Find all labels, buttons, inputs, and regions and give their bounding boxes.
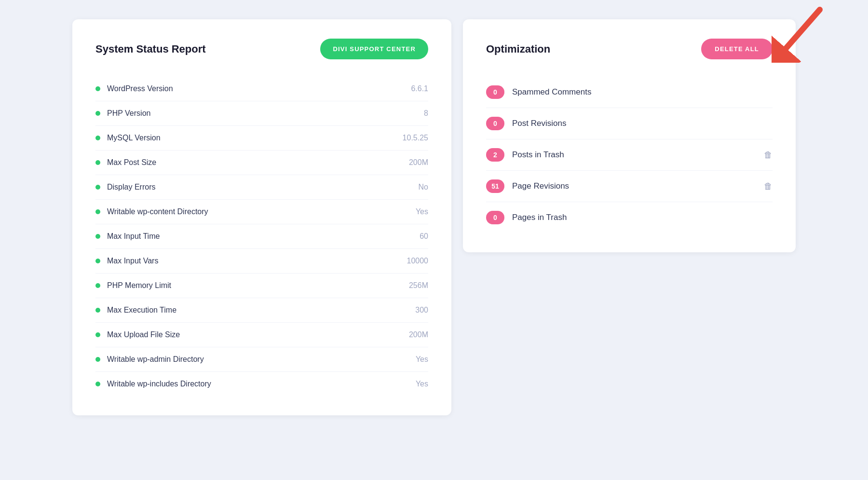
- status-row-value: 200M: [409, 158, 428, 167]
- status-row-left: Max Upload File Size: [95, 330, 180, 339]
- system-status-panel: System Status Report DIVI SUPPORT CENTER…: [72, 19, 451, 415]
- status-row-label: Max Input Vars: [107, 257, 158, 265]
- status-row-label: Writable wp-content Directory: [107, 207, 208, 216]
- status-row-value: 200M: [409, 330, 428, 339]
- optimization-header: Optimization DELETE ALL: [486, 39, 773, 59]
- status-row-label: Max Execution Time: [107, 306, 176, 315]
- status-row-label: WordPress Version: [107, 84, 173, 93]
- optimization-badge: 0: [486, 117, 504, 130]
- status-row-value: 6.6.1: [411, 84, 428, 93]
- status-row-left: Max Input Vars: [95, 257, 158, 265]
- status-row-left: Max Execution Time: [95, 306, 176, 315]
- status-row: Max Input Time 60: [95, 224, 428, 249]
- status-row-left: MySQL Version: [95, 134, 161, 142]
- status-row-label: MySQL Version: [107, 134, 161, 142]
- status-dot: [95, 111, 100, 116]
- optimization-item-label: Pages in Trash: [512, 213, 773, 222]
- optimization-badge: 51: [486, 179, 504, 193]
- status-row: Max Post Size 200M: [95, 151, 428, 175]
- status-row-value: 10000: [407, 257, 429, 265]
- system-status-title: System Status Report: [95, 43, 206, 55]
- status-row-left: PHP Memory Limit: [95, 281, 171, 290]
- optimization-title: Optimization: [486, 43, 550, 55]
- status-row-label: Writable wp-admin Directory: [107, 355, 204, 364]
- status-row-label: PHP Memory Limit: [107, 281, 171, 290]
- status-row-value: 8: [424, 109, 428, 118]
- status-row-left: Writable wp-includes Directory: [95, 380, 211, 388]
- status-dot: [95, 234, 100, 239]
- status-row: PHP Memory Limit 256M: [95, 274, 428, 298]
- status-dot: [95, 283, 100, 288]
- status-dot: [95, 308, 100, 313]
- status-row-label: Max Input Time: [107, 232, 160, 241]
- status-row-label: Max Upload File Size: [107, 330, 180, 339]
- optimization-panel: Optimization DELETE ALL 0 Spammed Commen…: [463, 19, 796, 252]
- status-dot: [95, 382, 100, 386]
- status-row-value: Yes: [416, 207, 428, 216]
- status-row-label: Max Post Size: [107, 158, 156, 167]
- status-row: Max Upload File Size 200M: [95, 323, 428, 347]
- status-row-left: Writable wp-admin Directory: [95, 355, 204, 364]
- optimization-item-label: Spammed Comments: [512, 87, 773, 97]
- status-row-left: WordPress Version: [95, 84, 173, 93]
- optimization-badge: 0: [486, 211, 504, 224]
- status-row-left: PHP Version: [95, 109, 150, 118]
- system-status-header: System Status Report DIVI SUPPORT CENTER: [95, 39, 428, 59]
- delete-all-button[interactable]: DELETE ALL: [701, 39, 773, 59]
- optimization-row: 0 Pages in Trash: [486, 202, 773, 233]
- divi-support-center-button[interactable]: DIVI SUPPORT CENTER: [320, 39, 428, 59]
- status-row-value: Yes: [416, 380, 428, 388]
- status-row: Writable wp-content Directory Yes: [95, 200, 428, 224]
- status-row-value: 300: [415, 306, 428, 315]
- status-row-left: Display Errors: [95, 183, 155, 192]
- status-dot: [95, 160, 100, 165]
- status-dot: [95, 259, 100, 263]
- status-dot: [95, 209, 100, 214]
- optimization-items-list: 0 Spammed Comments 0 Post Revisions 2 Po…: [486, 77, 773, 233]
- optimization-item-label: Page Revisions: [512, 181, 756, 191]
- status-rows-list: WordPress Version 6.6.1 PHP Version 8 My…: [95, 77, 428, 396]
- optimization-row: 0 Post Revisions: [486, 108, 773, 139]
- status-row-label: PHP Version: [107, 109, 150, 118]
- optimization-row: 0 Spammed Comments: [486, 77, 773, 108]
- status-row-value: 256M: [409, 281, 428, 290]
- status-row-left: Max Post Size: [95, 158, 156, 167]
- status-row: Max Execution Time 300: [95, 298, 428, 323]
- status-dot: [95, 86, 100, 91]
- optimization-panel-wrapper: Optimization DELETE ALL 0 Spammed Commen…: [463, 19, 796, 415]
- status-row-left: Writable wp-content Directory: [95, 207, 208, 216]
- status-row-value: 60: [420, 232, 428, 241]
- optimization-badge: 0: [486, 85, 504, 99]
- status-dot: [95, 185, 100, 190]
- optimization-item-label: Posts in Trash: [512, 150, 756, 160]
- optimization-item-label: Post Revisions: [512, 119, 773, 128]
- trash-icon[interactable]: 🗑: [764, 150, 773, 160]
- status-row-value: No: [419, 183, 428, 192]
- optimization-row: 2 Posts in Trash 🗑: [486, 139, 773, 171]
- status-row: WordPress Version 6.6.1: [95, 77, 428, 101]
- trash-icon[interactable]: 🗑: [764, 181, 773, 192]
- status-dot: [95, 332, 100, 337]
- main-container: System Status Report DIVI SUPPORT CENTER…: [72, 19, 796, 415]
- status-row-value: 10.5.25: [403, 134, 428, 142]
- optimization-badge: 2: [486, 148, 504, 162]
- status-row: Writable wp-includes Directory Yes: [95, 372, 428, 396]
- status-row-label: Display Errors: [107, 183, 155, 192]
- status-row: Display Errors No: [95, 175, 428, 200]
- status-dot: [95, 136, 100, 140]
- status-dot: [95, 357, 100, 362]
- status-row: PHP Version 8: [95, 101, 428, 126]
- status-row: MySQL Version 10.5.25: [95, 126, 428, 151]
- status-row: Max Input Vars 10000: [95, 249, 428, 274]
- optimization-row: 51 Page Revisions 🗑: [486, 171, 773, 202]
- status-row-value: Yes: [416, 355, 428, 364]
- status-row-label: Writable wp-includes Directory: [107, 380, 211, 388]
- status-row: Writable wp-admin Directory Yes: [95, 347, 428, 372]
- status-row-left: Max Input Time: [95, 232, 160, 241]
